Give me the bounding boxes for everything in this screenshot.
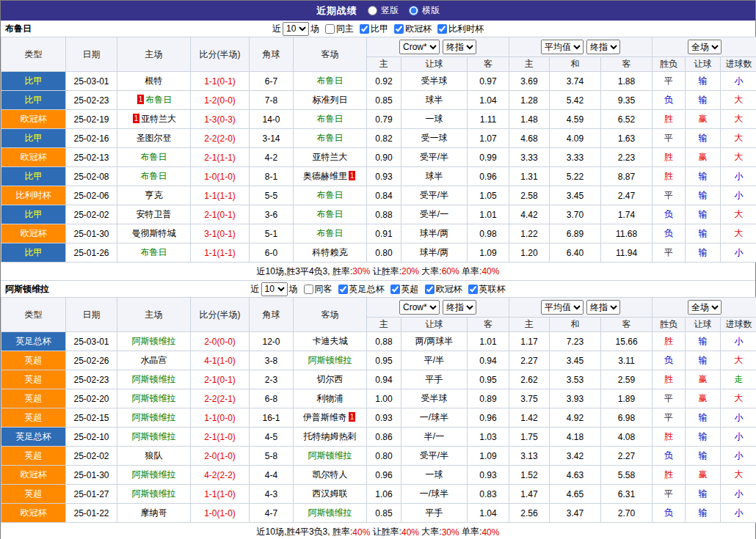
- handicap-result-cell: 输: [686, 129, 721, 148]
- league-filter[interactable]: 英超: [389, 283, 419, 296]
- score-cell: 1-0(1-0): [191, 504, 250, 523]
- handicap-result-cell: 输: [686, 243, 721, 263]
- type-cell: 英超: [1, 447, 66, 466]
- odds-source-select[interactable]: Crow*: [399, 40, 440, 54]
- avg-draw-cell: 3.93: [550, 389, 601, 408]
- odds-home-cell: 1.00: [367, 389, 401, 408]
- date-cell: 25-01-22: [66, 504, 117, 523]
- league-filter[interactable]: 比甲: [358, 23, 388, 35]
- col-header: 类型: [1, 37, 66, 72]
- odds-home-cell: 0.93: [367, 167, 401, 186]
- sub-header: 让球: [686, 318, 721, 332]
- type-cell: 欧冠杯: [1, 224, 66, 243]
- odds-source-select[interactable]: Crow*: [399, 300, 440, 315]
- avg-away-cell: 15.66: [601, 332, 653, 351]
- match-count-select[interactable]: 10: [283, 22, 309, 36]
- date-cell: 25-03-01: [66, 72, 117, 91]
- away-cell: 布鲁日: [294, 129, 367, 148]
- same-side-filter[interactable]: 同主: [324, 23, 354, 35]
- match-count-select[interactable]: 10: [261, 282, 288, 296]
- away-cell: 布鲁日: [294, 224, 367, 243]
- summary-part: 单率:: [459, 526, 482, 538]
- score-cell: 2-0(0-0): [191, 332, 250, 351]
- table-row: 英超25-02-23阿斯顿维拉2-1(0-1)2-3切尔西0.94平手0.952…: [1, 370, 756, 389]
- table-row: 英超25-02-15阿斯顿维拉1-1(0-0)16-1伊普斯维奇10.93一/球…: [1, 408, 756, 428]
- odds-handicap-cell: 球半/两: [401, 243, 468, 263]
- league-checkbox[interactable]: [394, 24, 404, 34]
- same-side-checkbox[interactable]: [304, 285, 313, 294]
- layout-radio-vertical[interactable]: 竖版: [366, 4, 399, 17]
- score-cell: 2-1(0-1): [191, 370, 250, 389]
- table-row: 比甲25-01-26布鲁日1-1(1-1)6-0科特赖克0.80球半/两1.09…: [1, 243, 756, 263]
- table-row: 比甲25-02-02安特卫普2-1(0-1)3-6布鲁日0.88受半/一1.01…: [1, 205, 756, 224]
- date-cell: 25-01-27: [66, 485, 117, 504]
- corner-cell: 4-7: [250, 504, 294, 523]
- league-filter[interactable]: 欧冠杯: [393, 23, 432, 35]
- league-filter[interactable]: 欧冠杯: [424, 283, 462, 296]
- league-filter[interactable]: 英足总杯: [337, 283, 385, 296]
- layout-radio-horizontal[interactable]: 横版: [407, 4, 440, 17]
- section-summary: 近10场,胜3平4负3, 胜率:30% 让胜率:20% 大率:60% 单率:40…: [1, 263, 755, 281]
- filters: 近10场同主比甲欧冠杯比利时杯: [272, 22, 484, 36]
- col-header: 比分(半场): [191, 37, 250, 72]
- league-filter[interactable]: 英联杯: [467, 283, 506, 296]
- full-game-select[interactable]: 全场: [688, 40, 722, 54]
- odds-final-select[interactable]: 终指: [443, 300, 476, 315]
- avg-home-cell: 1.22: [509, 224, 550, 243]
- type-cell: 比利时杯: [1, 186, 66, 205]
- avg-draw-cell: 3.74: [550, 72, 601, 91]
- summary-part: 40%: [401, 527, 419, 538]
- avg-final-select[interactable]: 终指: [586, 300, 620, 315]
- same-side-checkbox[interactable]: [325, 24, 335, 34]
- home-team: 阿斯顿维拉: [132, 469, 176, 480]
- handicap-result-cell: 输: [686, 485, 721, 504]
- score-cell: 2-0(1-0): [191, 447, 250, 466]
- vertical-radio[interactable]: [368, 6, 377, 15]
- date-cell: 25-02-13: [66, 148, 117, 167]
- away-team: 西汉姆联: [313, 488, 348, 499]
- type-cell: 比甲: [1, 72, 66, 91]
- corner-cell: 3-8: [250, 351, 294, 370]
- away-team: 凯尔特人: [313, 469, 348, 480]
- odds-away-cell: 1.04: [468, 91, 509, 110]
- date-cell: 25-02-02: [66, 447, 117, 466]
- avg-home-cell: 4.68: [509, 129, 550, 148]
- horizontal-radio[interactable]: [409, 6, 418, 15]
- date-cell: 25-02-16: [66, 129, 117, 148]
- avg-away-cell: 6.52: [601, 110, 653, 129]
- avg-final-select[interactable]: 终指: [586, 40, 620, 54]
- avg-source-select[interactable]: 平均值: [541, 40, 584, 54]
- avg-draw-cell: 4.65: [550, 485, 601, 504]
- avg-source-select[interactable]: 平均值: [541, 300, 584, 315]
- handicap-result-cell: 输: [686, 205, 721, 224]
- full-game-select[interactable]: 全场: [688, 300, 722, 315]
- result-cell: 胜: [653, 466, 686, 485]
- away-cell: 布鲁日: [294, 205, 367, 224]
- same-side-filter[interactable]: 同客: [302, 283, 332, 296]
- section-summary: 近10场,胜4平3负3, 胜率:40% 让胜率:40% 大率:30% 单率:40…: [1, 523, 755, 539]
- avg-draw-cell: 4.59: [550, 110, 601, 129]
- league-checkbox[interactable]: [425, 285, 435, 294]
- league-checkbox[interactable]: [360, 24, 369, 34]
- section-filter-row: 阿斯顿维拉近10场同客英足总杯英超欧冠杯英联杯: [1, 281, 755, 297]
- team-section: 布鲁日近10场同主比甲欧冠杯比利时杯类型日期主场比分(半场)角球客场Crow*终…: [1, 21, 755, 281]
- date-cell: 25-02-20: [66, 389, 117, 408]
- league-checkbox[interactable]: [437, 24, 447, 34]
- summary-part: 60%: [442, 266, 459, 276]
- score-cell: 1-0(1-0): [191, 167, 250, 186]
- type-cell: 英超: [1, 485, 66, 504]
- league-filter[interactable]: 比利时杯: [436, 23, 484, 35]
- league-checkbox[interactable]: [390, 285, 400, 294]
- odds-final-select[interactable]: 终指: [443, 40, 476, 54]
- league-checkbox[interactable]: [338, 285, 348, 294]
- away-team: 卡迪夫城: [313, 336, 348, 346]
- sub-header: 主: [509, 318, 550, 332]
- league-checkbox[interactable]: [468, 285, 478, 294]
- odds-handicap-cell: 球半: [401, 91, 468, 110]
- handicap-result-cell: 输: [686, 224, 721, 243]
- odds-home-cell: 0.90: [367, 148, 401, 167]
- odds-home-cell: 1.06: [367, 485, 401, 504]
- odds-away-cell: 1.01: [468, 205, 509, 224]
- result-cell: 平: [653, 408, 686, 428]
- corner-cell: 2-3: [250, 370, 294, 389]
